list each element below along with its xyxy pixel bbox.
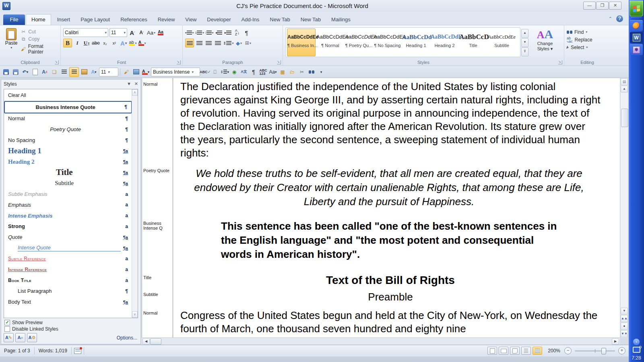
close-button[interactable]: ✕ — [609, 2, 621, 10]
note-icon[interactable]: ❏ — [50, 68, 59, 76]
previous-page-button[interactable]: ▲▲ — [621, 315, 628, 322]
align-left-button[interactable] — [185, 39, 194, 47]
justify-button[interactable] — [214, 39, 222, 47]
align-icon-1[interactable] — [60, 68, 68, 76]
highlight-color-button[interactable]: ab▾ — [129, 39, 137, 47]
format-brush-icon[interactable]: 🖌 — [122, 68, 131, 76]
qat-change-case-icon[interactable]: Aa▾ — [268, 68, 277, 76]
zoom-slider-thumb[interactable] — [601, 348, 606, 354]
cut-button[interactable]: ✂Cut — [20, 29, 59, 35]
restore-button[interactable]: ❐ — [596, 2, 609, 10]
tab-add-ins[interactable]: Add-Ins — [236, 14, 265, 25]
font-name-combo[interactable]: Calibri▾ — [63, 28, 108, 37]
horizontal-scrollbar[interactable]: ◀ ▶ — [142, 337, 620, 345]
gallery-style-subtitle[interactable]: AaBbCcDdEe Subtitle — [488, 29, 516, 56]
style-item-intense-emphasis[interactable]: Intense Emphasisa — [4, 210, 132, 221]
qat-cut-icon[interactable]: ✂ — [297, 68, 306, 76]
paragraph-normal-2[interactable]: Congress of the United States begun and … — [173, 309, 620, 335]
multilevel-list-button[interactable]: ⁝▾ — [205, 29, 214, 37]
line-spacing-button[interactable]: ⇕▾ — [223, 39, 233, 47]
align-center-button[interactable] — [195, 39, 203, 47]
horizontal-scroll-thumb[interactable] — [150, 338, 161, 345]
save-icon[interactable] — [2, 68, 10, 76]
web-layout-view-button[interactable] — [510, 347, 520, 355]
style-item-no-spacing[interactable]: No Spacing¶ — [4, 135, 132, 146]
style-item-title[interactable]: Title¶a — [4, 167, 132, 178]
start-button[interactable] — [630, 0, 643, 16]
taskbar-word-button[interactable]: W — [630, 32, 643, 43]
numbering-button[interactable]: 1▾ — [195, 29, 204, 37]
style-inspector-button[interactable]: A⌕ — [15, 333, 25, 342]
tab-home[interactable]: Home — [26, 14, 51, 25]
italic-button[interactable]: I — [73, 39, 81, 47]
qat-font-size-combo[interactable]: 11▾ — [99, 68, 118, 76]
clear-formatting-button[interactable]: Aa — [157, 29, 165, 37]
proofing-errors-icon[interactable] — [74, 348, 81, 354]
ruler-toggle-icon[interactable]: ▤ — [621, 78, 628, 85]
align-icon-2-active[interactable] — [69, 67, 79, 77]
increase-indent-button[interactable]: ▸ — [224, 29, 232, 37]
zoom-slider[interactable] — [575, 350, 615, 352]
tab-new-tab-1[interactable]: New Tab — [264, 14, 295, 25]
borders-button[interactable]: ⊞▾ — [244, 39, 252, 47]
tab-view[interactable]: View — [180, 14, 202, 25]
gallery-style-poetry-quote[interactable]: AaBbCcDdEe ¶ Poetry Qu... — [345, 29, 373, 56]
spelling-icon[interactable]: ABC✓ — [201, 68, 210, 76]
qat-more-icon[interactable]: ▾ — [317, 68, 326, 76]
subscript-button[interactable]: x₂ — [101, 39, 109, 47]
tab-insert[interactable]: Insert — [52, 14, 76, 25]
font-dialog-icon[interactable]: A4 — [40, 68, 49, 76]
font-color-button[interactable]: A▾ — [138, 39, 146, 47]
new-document-icon[interactable] — [31, 68, 39, 76]
style-item-strong[interactable]: Stronga — [4, 221, 132, 232]
picture-frame-icon[interactable] — [80, 68, 89, 76]
style-item-heading-1[interactable]: Heading 1¶a — [4, 146, 132, 156]
tab-references[interactable]: References — [115, 14, 152, 25]
paragraph-title[interactable]: Text of the Bill of Rights — [173, 274, 620, 287]
style-item-emphasis[interactable]: Emphasisa — [4, 200, 132, 210]
research-icon[interactable]: ◉ — [230, 68, 239, 76]
style-item-poetry-quote[interactable]: Poetry Quote¶ — [4, 124, 132, 135]
paste-button[interactable]: Paste ▾ — [2, 27, 20, 59]
grow-font-button[interactable]: Aˆ — [128, 29, 136, 37]
styles-dialog-launcher[interactable]: ↘ — [558, 60, 562, 64]
copy-button[interactable]: ⧉Copy — [20, 36, 59, 42]
page-icon[interactable]: ⎕ — [211, 68, 219, 76]
gallery-scroll-down[interactable]: ▼ — [521, 38, 528, 47]
font-size-combo[interactable]: 11▾ — [109, 28, 127, 37]
outline-view-button[interactable] — [521, 347, 531, 355]
fullscreen-reading-view-button[interactable] — [499, 347, 508, 355]
select-browse-object-button[interactable]: ● — [621, 323, 628, 330]
qat-find-icon[interactable] — [307, 68, 316, 76]
gallery-more-button[interactable]: ⊽ — [521, 47, 528, 56]
style-item-subtitle[interactable]: Subtitle¶a — [4, 178, 132, 189]
word-count-indicator[interactable]: Words: 1,019 — [35, 347, 72, 354]
paste-dropdown-arrow[interactable]: ▾ — [2, 46, 20, 49]
scroll-right-icon[interactable]: ▶ — [612, 338, 619, 345]
open-folder-icon[interactable]: 🗁 — [288, 68, 297, 76]
qat-line-spacing-icon[interactable]: ⇕▾ — [220, 68, 229, 76]
style-item-list-paragraph[interactable]: List Paragraph¶ — [4, 286, 132, 296]
show-hide-paragraph-button[interactable]: ¶ — [243, 29, 251, 37]
draft-view-button[interactable] — [533, 347, 542, 355]
gallery-style-title[interactable]: AaBbCcD Title — [459, 29, 487, 56]
tray-collapse-icon[interactable]: ‹ — [633, 339, 640, 345]
table-icon[interactable]: ▦ — [278, 68, 287, 76]
bold-button[interactable]: B — [63, 39, 72, 47]
scroll-left-icon[interactable]: ◀ — [142, 338, 150, 345]
page-indicator[interactable]: Page: 1 of 3 — [3, 347, 35, 354]
style-item-subtle-reference[interactable]: Subtle Referencea — [4, 253, 132, 264]
find-button[interactable]: Find▾ — [567, 28, 609, 36]
document-area[interactable]: Normal The Declaration justified the ind… — [142, 78, 620, 338]
zoom-level-label[interactable]: 200% — [548, 348, 560, 354]
superscript-button[interactable]: x² — [110, 39, 118, 47]
paragraph-subtitle[interactable]: Preamble — [173, 290, 620, 304]
paragraph-dialog-launcher[interactable]: ↘ — [277, 60, 281, 64]
decrease-indent-button[interactable]: ◂ — [215, 29, 223, 37]
underline-button[interactable]: U▾ — [83, 39, 91, 47]
scroll-down-icon[interactable]: ▼ — [621, 308, 628, 315]
replace-button[interactable]: ab⤷acReplace — [567, 36, 609, 43]
network-icon[interactable] — [633, 347, 640, 353]
sort-button[interactable]: AZ↓ — [233, 29, 242, 37]
new-style-button[interactable]: A✎ — [4, 333, 14, 342]
